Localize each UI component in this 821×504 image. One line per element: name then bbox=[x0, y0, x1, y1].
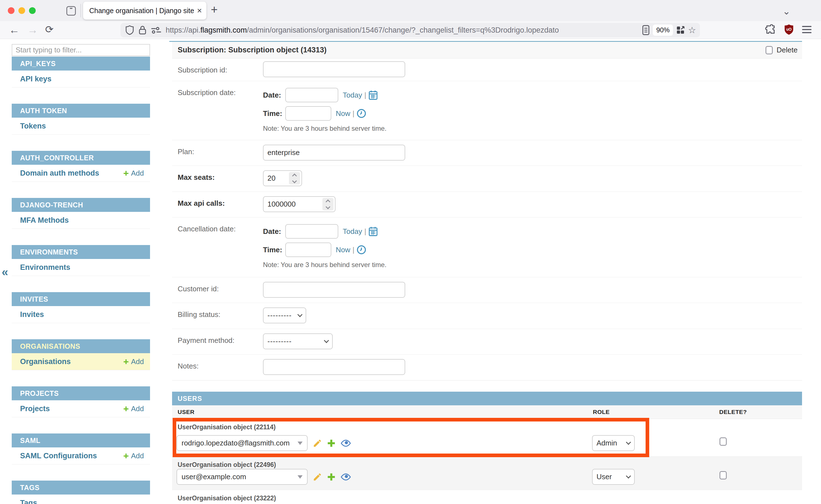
plus-icon: + bbox=[123, 357, 129, 366]
object-label: UserOrganisation object (23222) bbox=[178, 495, 276, 502]
tab-overflow-chevron-icon[interactable]: ⌄ bbox=[783, 6, 791, 17]
subscription-date-input[interactable] bbox=[285, 88, 338, 102]
add-link[interactable]: +Add bbox=[123, 451, 144, 461]
menu-hamburger-icon[interactable] bbox=[802, 26, 812, 33]
plus-icon: + bbox=[123, 168, 129, 178]
permissions-icon[interactable] bbox=[151, 26, 162, 34]
billing-status-select[interactable]: --------- bbox=[263, 307, 306, 323]
sidebar-item-projects[interactable]: Projects +Add bbox=[12, 400, 150, 417]
field-label: Notes: bbox=[172, 355, 263, 380]
sidebar-item-label[interactable]: SAML Configurations bbox=[20, 452, 123, 460]
field-row-plan: Plan: bbox=[172, 140, 802, 166]
plan-input[interactable] bbox=[263, 145, 405, 161]
subscription-time-input[interactable] bbox=[285, 106, 331, 121]
sidebar-section-environments: ENVIRONMENTS Environments bbox=[12, 245, 150, 276]
add-link[interactable]: +Add bbox=[123, 404, 144, 413]
url-text[interactable]: https://api.flagsmith.com/admin/organisa… bbox=[166, 26, 642, 35]
add-plus-icon[interactable] bbox=[326, 438, 336, 448]
cancellation-date-input[interactable] bbox=[285, 224, 338, 239]
sidebar-item-label[interactable]: Tags bbox=[20, 499, 144, 504]
field-label: Subscription date: bbox=[172, 81, 263, 140]
subscription-delete-checkbox[interactable] bbox=[766, 46, 773, 54]
role-select[interactable]: User bbox=[592, 469, 635, 485]
calendar-icon[interactable] bbox=[368, 90, 378, 100]
role-select[interactable]: Admin bbox=[592, 435, 635, 451]
add-link[interactable]: +Add bbox=[123, 357, 144, 366]
sidebar-item-environments[interactable]: Environments bbox=[12, 259, 150, 276]
notes-input[interactable] bbox=[263, 359, 405, 375]
firefox-view-icon[interactable] bbox=[66, 6, 76, 16]
tab-divider bbox=[80, 4, 81, 17]
customer-id-input[interactable] bbox=[263, 282, 405, 298]
lock-icon[interactable] bbox=[138, 25, 147, 35]
add-plus-icon[interactable] bbox=[326, 472, 336, 482]
max-api-calls-stepper[interactable]: 1000000 bbox=[263, 196, 335, 212]
now-link[interactable]: Now bbox=[336, 246, 350, 254]
sidebar-item-api-keys[interactable]: API keys bbox=[12, 71, 150, 88]
sidebar-section-organisations: ORGANISATIONS Organisations +Add bbox=[12, 339, 150, 370]
sidebar-item-saml-configurations[interactable]: SAML Configurations +Add bbox=[12, 447, 150, 464]
sidebar-item-organisations[interactable]: Organisations +Add bbox=[12, 353, 150, 370]
sidebar-item-label[interactable]: Domain auth methods bbox=[20, 169, 123, 178]
stepper-buttons[interactable] bbox=[289, 172, 300, 185]
max-seats-value: 20 bbox=[263, 174, 289, 183]
sidebar-item-label[interactable]: Projects bbox=[20, 404, 123, 413]
edit-pencil-icon[interactable] bbox=[312, 438, 322, 448]
subscription-id-input[interactable] bbox=[263, 61, 405, 77]
extensions-puzzle-icon[interactable] bbox=[765, 24, 776, 35]
bookmark-star-icon[interactable]: ☆ bbox=[688, 25, 696, 35]
close-window-button[interactable] bbox=[8, 7, 14, 14]
grid-arrow-icon[interactable] bbox=[676, 25, 685, 35]
user-select[interactable]: rodrigo.lopezdato@flagsmith.com bbox=[176, 435, 307, 451]
minimize-window-button[interactable] bbox=[18, 7, 25, 14]
shield-icon[interactable] bbox=[125, 25, 134, 35]
browser-tab[interactable]: Change organisation | Django site ad × bbox=[83, 2, 206, 20]
now-link[interactable]: Now bbox=[336, 109, 350, 118]
clock-icon[interactable] bbox=[357, 245, 366, 255]
sidebar-item-tags[interactable]: Tags bbox=[12, 495, 150, 504]
max-seats-stepper[interactable]: 20 bbox=[263, 170, 302, 186]
sidebar-item-label[interactable]: API keys bbox=[20, 75, 144, 83]
stepper-buttons[interactable] bbox=[322, 198, 333, 210]
zoom-window-button[interactable] bbox=[29, 7, 36, 14]
sidebar-item-invites[interactable]: Invites bbox=[12, 306, 150, 323]
new-tab-button[interactable]: + bbox=[211, 4, 218, 16]
delete-row-checkbox[interactable] bbox=[720, 437, 727, 446]
sidebar-item-label[interactable]: Organisations bbox=[20, 357, 123, 366]
ublock-origin-icon[interactable]: uO bbox=[784, 24, 794, 35]
sidebar-filter-input[interactable] bbox=[12, 44, 150, 56]
sidebar-section-tags: TAGS Tags bbox=[12, 481, 150, 504]
delete-column-header: DELETE? bbox=[719, 409, 747, 415]
calendar-icon[interactable] bbox=[368, 226, 378, 236]
sidebar-section-saml: SAML SAML Configurations +Add bbox=[12, 433, 150, 464]
edit-pencil-icon[interactable] bbox=[312, 472, 322, 482]
today-link[interactable]: Today bbox=[343, 227, 362, 236]
view-eye-icon[interactable] bbox=[340, 473, 351, 481]
sidebar-item-tokens[interactable]: Tokens bbox=[12, 118, 150, 135]
payment-method-select[interactable]: --------- bbox=[263, 333, 333, 349]
view-eye-icon[interactable] bbox=[340, 439, 351, 447]
sidebar-item-mfa-methods[interactable]: MFA Methods bbox=[12, 212, 150, 229]
clock-icon[interactable] bbox=[357, 109, 366, 118]
sidebar-item-label[interactable]: Environments bbox=[20, 263, 144, 272]
forward-button: → bbox=[27, 25, 38, 35]
tab-close-icon[interactable]: × bbox=[197, 6, 202, 15]
url-bar[interactable]: https://api.flagsmith.com/admin/organisa… bbox=[120, 23, 700, 37]
delete-row-checkbox[interactable] bbox=[720, 471, 727, 479]
sidebar-collapse-toggle[interactable]: « bbox=[2, 265, 8, 279]
reload-button[interactable]: ⟳ bbox=[45, 25, 54, 35]
sidebar-item-domain-auth-methods[interactable]: Domain auth methods +Add bbox=[12, 165, 150, 182]
add-link[interactable]: +Add bbox=[123, 168, 144, 178]
date-sublabel: Date: bbox=[263, 91, 285, 100]
sidebar-item-label[interactable]: MFA Methods bbox=[20, 216, 144, 225]
today-link[interactable]: Today bbox=[343, 91, 362, 100]
reader-mode-icon[interactable] bbox=[642, 25, 650, 35]
back-button[interactable]: ← bbox=[9, 25, 20, 35]
user-select[interactable]: user@example.com bbox=[176, 469, 307, 485]
billing-status-value: --------- bbox=[267, 311, 292, 320]
url-path: /admin/organisations/organisation/15467/… bbox=[247, 26, 559, 34]
cancellation-time-input[interactable] bbox=[285, 243, 331, 257]
sidebar-item-label[interactable]: Tokens bbox=[20, 122, 144, 130]
zoom-level-button[interactable]: 90% bbox=[653, 25, 673, 36]
sidebar-item-label[interactable]: Invites bbox=[20, 310, 144, 319]
